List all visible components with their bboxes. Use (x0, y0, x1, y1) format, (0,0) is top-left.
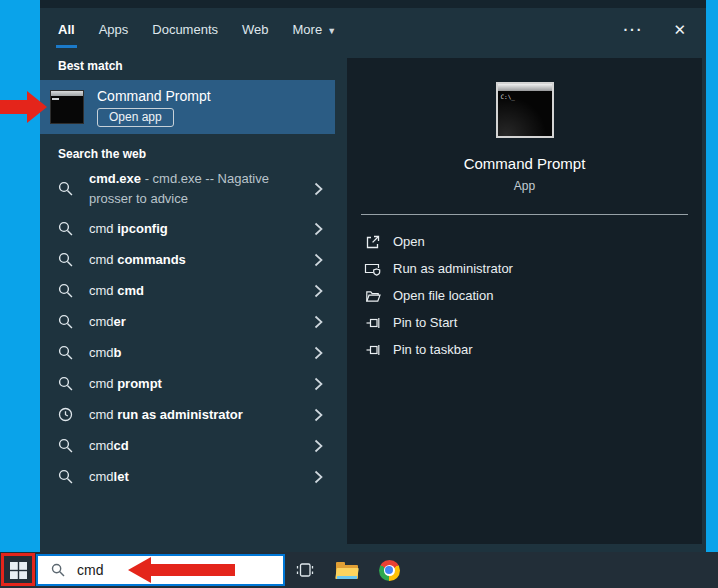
action-open[interactable]: Open (347, 228, 702, 255)
search-suggestion-row[interactable]: cmd ipconfig (40, 213, 335, 244)
suggestion-text: cmd run as administrator (89, 405, 314, 425)
search-suggestion-row[interactable]: cmder (40, 306, 335, 337)
more-options-icon[interactable]: ··· (623, 22, 643, 38)
tab-all[interactable]: All (58, 8, 75, 52)
close-icon[interactable]: ✕ (673, 21, 686, 39)
search-icon (58, 438, 73, 453)
run-as-administrator-icon (364, 260, 381, 277)
search-input[interactable] (77, 562, 227, 578)
chevron-right-icon[interactable] (314, 182, 323, 196)
tab-documents[interactable]: Documents (152, 8, 218, 52)
chevron-right-icon[interactable] (314, 346, 323, 360)
suggestion-text: cmder (89, 312, 314, 332)
suggestion-text: cmdlet (89, 467, 314, 487)
tab-apps[interactable]: Apps (99, 8, 129, 52)
search-suggestion-row[interactable]: cmd.exe - cmd.exe -- Nagative prosser to… (40, 164, 335, 213)
search-suggestion-row[interactable]: cmdcd (40, 430, 335, 461)
search-icon (51, 563, 65, 577)
start-icon (10, 562, 27, 579)
search-suggestion-row[interactable]: cmdlet (40, 461, 335, 492)
search-icon (58, 283, 73, 298)
task-view-button[interactable] (293, 552, 317, 588)
suggestion-text: cmdb (89, 343, 314, 363)
chevron-right-icon[interactable] (314, 284, 323, 298)
chevron-right-icon[interactable] (314, 470, 323, 484)
desktop: All Apps Documents Web More▼ ··· ✕ Best … (0, 0, 718, 588)
search-icon (58, 252, 73, 267)
search-suggestion-row[interactable]: cmd prompt (40, 368, 335, 399)
chrome-button[interactable] (377, 552, 401, 588)
search-icon (58, 181, 73, 196)
pin-icon (364, 314, 381, 331)
pin-icon (364, 341, 381, 358)
chevron-right-icon[interactable] (314, 439, 323, 453)
search-web-list: cmd.exe - cmd.exe -- Nagative prosser to… (40, 164, 335, 492)
search-flyout-window: All Apps Documents Web More▼ ··· ✕ Best … (40, 0, 706, 552)
search-suggestion-row[interactable]: cmdb (40, 337, 335, 368)
search-icon (58, 469, 73, 484)
action-pin-to-taskbar[interactable]: Pin to taskbar (347, 336, 702, 363)
suggestion-text: cmd cmd (89, 281, 314, 301)
chevron-right-icon[interactable] (314, 253, 323, 267)
best-match-result[interactable]: Command Prompt Open app (40, 80, 335, 134)
chrome-icon (379, 560, 400, 581)
open-icon (364, 233, 381, 250)
command-prompt-icon: C:\_ (496, 82, 554, 138)
file-explorer-icon (336, 562, 358, 579)
divider (361, 214, 688, 215)
open-app-button[interactable]: Open app (97, 108, 174, 127)
taskbar (0, 552, 718, 588)
task-view-icon (295, 561, 315, 579)
preview-title: Command Prompt (464, 155, 586, 172)
chevron-right-icon[interactable] (314, 377, 323, 391)
suggestion-text: cmd ipconfig (89, 219, 314, 239)
action-pin-to-start[interactable]: Pin to Start (347, 309, 702, 336)
search-icon (58, 376, 73, 391)
search-icon (58, 221, 73, 236)
preview-subtitle: App (514, 179, 535, 193)
best-match-header: Best match (40, 59, 335, 73)
chevron-right-icon[interactable] (314, 315, 323, 329)
best-match-title: Command Prompt (97, 88, 211, 104)
suggestion-text: cmd commands (89, 250, 314, 270)
open-file-location-icon (364, 287, 381, 304)
chevron-down-icon: ▼ (327, 26, 336, 36)
search-icon (58, 345, 73, 360)
search-suggestion-row[interactable]: cmd run as administrator (40, 399, 335, 430)
taskbar-search-box[interactable] (36, 554, 285, 586)
search-the-web-header: Search the web (40, 147, 335, 161)
file-explorer-button[interactable] (335, 552, 359, 588)
tab-web[interactable]: Web (242, 8, 269, 52)
history-icon (58, 407, 73, 422)
chevron-right-icon[interactable] (314, 408, 323, 422)
search-icon (58, 314, 73, 329)
suggestion-text: cmd.exe - cmd.exe -- Nagative prosser to… (89, 169, 314, 208)
search-tabs-bar: All Apps Documents Web More▼ ··· ✕ (40, 8, 706, 52)
suggestion-text: cmd prompt (89, 374, 314, 394)
suggestion-text: cmdcd (89, 436, 314, 456)
action-run-as-administrator[interactable]: Run as administrator (347, 255, 702, 282)
command-prompt-icon (50, 90, 84, 124)
results-pane: Best match Command Prompt Open app Searc… (40, 52, 335, 552)
chevron-right-icon[interactable] (314, 222, 323, 236)
action-open-file-location[interactable]: Open file location (347, 282, 702, 309)
tab-more[interactable]: More▼ (293, 8, 337, 52)
search-suggestion-row[interactable]: cmd commands (40, 244, 335, 275)
window-top-shadow (40, 0, 706, 8)
start-button[interactable] (0, 552, 36, 588)
action-list: Open Run as administrator (347, 228, 702, 363)
search-suggestion-row[interactable]: cmd cmd (40, 275, 335, 306)
preview-pane: C:\_ Command Prompt App Open (347, 58, 702, 544)
